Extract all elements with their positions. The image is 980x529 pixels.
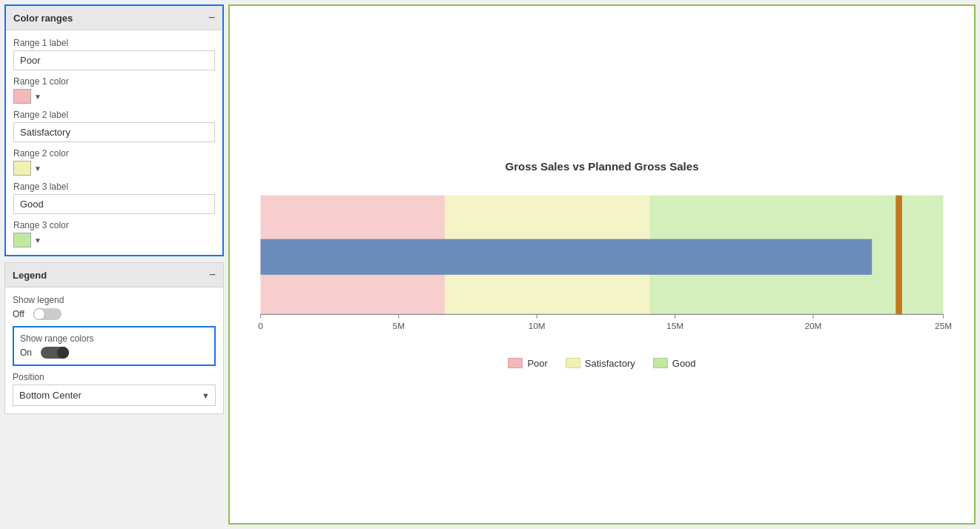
range2-color-arrow[interactable]: ▼ xyxy=(34,164,42,173)
show-legend-state: Off xyxy=(13,309,27,319)
tick-5m: 5M xyxy=(393,321,405,330)
target-line xyxy=(895,196,902,315)
chart-area: 0 5M 10M 15M 20M 25M Poor Satisfactory xyxy=(245,187,959,368)
show-range-colors-knob xyxy=(57,347,69,359)
range1-color-field: Range 1 color ▼ xyxy=(13,76,215,104)
legend-title: Legend xyxy=(13,270,47,281)
chart-panel: Gross Sales vs Planned Gross Sales 0 5M … xyxy=(228,4,976,525)
range3-color-text: Range 3 color xyxy=(13,220,215,230)
show-legend-toggle[interactable] xyxy=(33,308,62,320)
range1-color-text: Range 1 color xyxy=(13,76,215,87)
color-ranges-section: Color ranges − Range 1 label Range 1 col… xyxy=(4,4,224,256)
range3-color-picker-row: ▼ xyxy=(13,233,215,247)
color-ranges-title: Color ranges xyxy=(13,13,73,24)
show-legend-label: Show legend xyxy=(13,295,216,305)
range2-label-input[interactable] xyxy=(13,122,215,142)
range3-color-swatch[interactable] xyxy=(13,233,31,247)
legend-item-poor: Poor xyxy=(508,358,547,369)
color-ranges-minimize[interactable]: − xyxy=(208,12,215,24)
tick-20m: 20M xyxy=(804,321,821,330)
range2-label-field: Range 2 label xyxy=(13,110,215,142)
range2-color-picker-row: ▼ xyxy=(13,161,215,176)
legend-color-satisfactory xyxy=(566,358,580,368)
position-select[interactable]: Bottom Center Bottom Left Bottom Right T… xyxy=(13,385,216,406)
range2-color-text: Range 2 color xyxy=(13,148,215,159)
show-range-colors-toggle[interactable] xyxy=(41,347,69,359)
legend-header: Legend − xyxy=(5,263,223,287)
legend-section: Legend − Show legend Off Show range colo… xyxy=(4,262,224,414)
legend-item-satisfactory: Satisfactory xyxy=(566,358,635,369)
position-field: Position Bottom Center Bottom Left Botto… xyxy=(13,372,216,406)
range2-color-field: Range 2 color ▼ xyxy=(13,148,215,176)
show-legend-toggle-container: Off xyxy=(13,308,216,320)
range1-label-text: Range 1 label xyxy=(13,38,215,48)
show-range-colors-label: Show range colors xyxy=(20,333,208,344)
tick-15m: 15M xyxy=(666,321,683,330)
tick-10m: 10M xyxy=(529,321,546,330)
show-range-colors-state: On xyxy=(20,347,35,358)
main-bar xyxy=(260,239,872,275)
chart-title: Gross Sales vs Planned Gross Sales xyxy=(506,160,699,173)
range3-label-input[interactable] xyxy=(13,194,215,214)
range2-label-text: Range 2 label xyxy=(13,110,215,120)
range1-label-input[interactable] xyxy=(13,50,215,70)
legend-label-satisfactory: Satisfactory xyxy=(585,358,635,369)
show-legend-knob xyxy=(33,308,45,320)
left-panel: Color ranges − Range 1 label Range 1 col… xyxy=(0,0,228,529)
legend-label-good: Good xyxy=(672,358,696,369)
show-range-colors-section: Show range colors On xyxy=(13,326,216,366)
range1-color-arrow[interactable]: ▼ xyxy=(34,93,42,101)
position-label: Position xyxy=(13,372,216,382)
legend-label-poor: Poor xyxy=(527,358,547,369)
range3-label-text: Range 3 label xyxy=(13,182,215,192)
legend-item-good: Good xyxy=(653,358,696,369)
range2-color-swatch[interactable] xyxy=(13,161,31,176)
legend-body: Show legend Off Show range colors On xyxy=(5,287,223,413)
tick-0: 0 xyxy=(258,321,263,330)
legend-color-poor xyxy=(508,358,523,368)
show-range-colors-row: Show range colors On xyxy=(20,333,208,359)
tick-25m: 25M xyxy=(935,321,952,330)
color-ranges-header: Color ranges − xyxy=(6,6,222,30)
show-range-colors-toggle-container: On xyxy=(20,347,208,359)
show-legend-row: Show legend Off xyxy=(13,295,216,320)
range1-color-swatch[interactable] xyxy=(13,89,31,104)
legend-minimize[interactable]: − xyxy=(209,269,216,281)
range3-color-field: Range 3 color ▼ xyxy=(13,220,215,247)
range1-color-picker-row: ▼ xyxy=(13,89,215,104)
range3-label-field: Range 3 label xyxy=(13,182,215,214)
position-select-container: Bottom Center Bottom Left Bottom Right T… xyxy=(13,385,216,406)
range3-color-arrow[interactable]: ▼ xyxy=(34,236,42,244)
chart-svg: 0 5M 10M 15M 20M 25M xyxy=(245,187,959,346)
range1-label-field: Range 1 label xyxy=(13,38,215,70)
color-ranges-body: Range 1 label Range 1 color ▼ Range 2 la… xyxy=(6,30,222,255)
legend-color-good xyxy=(653,358,668,368)
chart-legend: Poor Satisfactory Good xyxy=(245,358,959,369)
